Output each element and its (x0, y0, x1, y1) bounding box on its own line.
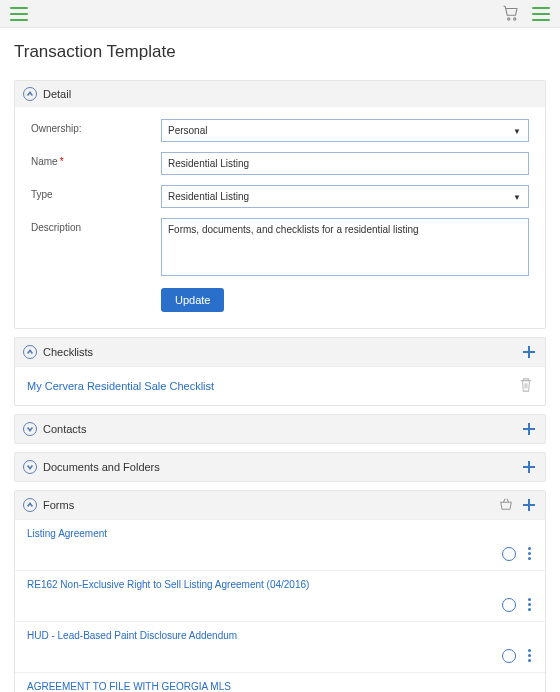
checklists-title: Checklists (43, 346, 93, 358)
checklist-link[interactable]: My Cervera Residential Sale Checklist (27, 380, 214, 392)
documents-title: Documents and Folders (43, 461, 160, 473)
select-circle-icon[interactable] (502, 598, 516, 612)
chevron-up-icon (23, 87, 37, 101)
documents-header[interactable]: Documents and Folders (15, 453, 545, 481)
detail-panel: Detail Ownership: Personal Name* Type Re… (14, 80, 546, 329)
add-document-button[interactable] (521, 459, 537, 475)
more-icon[interactable] (526, 647, 533, 664)
description-label: Description (31, 218, 161, 233)
contacts-title: Contacts (43, 423, 86, 435)
forms-title: Forms (43, 499, 74, 511)
svg-point-0 (508, 17, 510, 19)
form-link[interactable]: HUD - Lead-Based Paint Disclosure Addend… (27, 630, 533, 641)
menu-icon-right[interactable] (532, 7, 550, 21)
chevron-up-icon (23, 345, 37, 359)
contacts-header[interactable]: Contacts (15, 415, 545, 443)
more-icon[interactable] (526, 596, 533, 613)
contacts-panel: Contacts (14, 414, 546, 444)
checklist-row: My Cervera Residential Sale Checklist (15, 366, 545, 405)
more-icon[interactable] (526, 545, 533, 562)
chevron-up-icon (23, 498, 37, 512)
form-row: Listing Agreement (15, 519, 545, 570)
update-button[interactable]: Update (161, 288, 224, 312)
checklists-header[interactable]: Checklists (15, 338, 545, 366)
chevron-down-icon (23, 422, 37, 436)
type-label: Type (31, 185, 161, 200)
page-title: Transaction Template (0, 28, 560, 72)
basket-icon[interactable] (499, 497, 513, 513)
ownership-label: Ownership: (31, 119, 161, 134)
svg-point-1 (514, 17, 516, 19)
checklists-panel: Checklists My Cervera Residential Sale C… (14, 337, 546, 406)
add-contact-button[interactable] (521, 421, 537, 437)
add-form-button[interactable] (521, 497, 537, 513)
name-label: Name* (31, 152, 161, 167)
chevron-down-icon (23, 460, 37, 474)
name-input[interactable] (161, 152, 529, 175)
form-link[interactable]: Listing Agreement (27, 528, 533, 539)
detail-header[interactable]: Detail (15, 81, 545, 107)
detail-title: Detail (43, 88, 71, 100)
topbar (0, 0, 560, 28)
form-row: HUD - Lead-Based Paint Disclosure Addend… (15, 621, 545, 672)
select-circle-icon[interactable] (502, 649, 516, 663)
forms-header[interactable]: Forms (15, 491, 545, 519)
forms-panel: Forms Listing Agreement RE162 Non-Exclus… (14, 490, 546, 692)
trash-icon[interactable] (519, 377, 533, 395)
documents-panel: Documents and Folders (14, 452, 546, 482)
type-select[interactable]: Residential Listing (161, 185, 529, 208)
select-circle-icon[interactable] (502, 547, 516, 561)
add-checklist-button[interactable] (521, 344, 537, 360)
description-textarea[interactable]: Forms, documents, and checklists for a r… (161, 218, 529, 276)
ownership-select[interactable]: Personal (161, 119, 529, 142)
cart-icon[interactable] (502, 4, 520, 24)
form-row: RE162 Non-Exclusive Right to Sell Listin… (15, 570, 545, 621)
menu-icon[interactable] (10, 7, 28, 21)
form-link[interactable]: AGREEMENT TO FILE WITH GEORGIA MLS (27, 681, 533, 692)
form-row: AGREEMENT TO FILE WITH GEORGIA MLS (15, 672, 545, 692)
form-link[interactable]: RE162 Non-Exclusive Right to Sell Listin… (27, 579, 533, 590)
